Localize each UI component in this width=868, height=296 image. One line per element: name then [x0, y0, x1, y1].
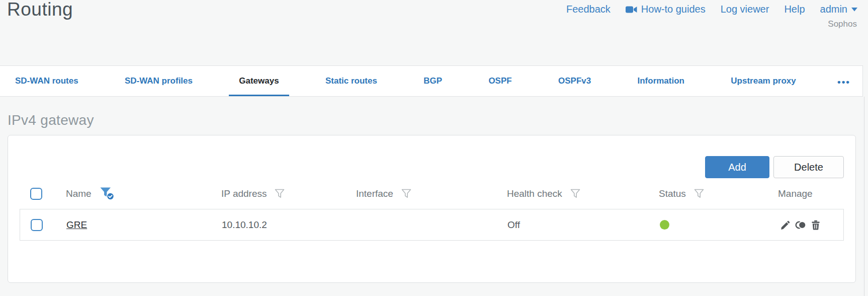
tab-sdwan-profiles[interactable]: SD-WAN profiles: [115, 66, 203, 96]
feedback-link[interactable]: Feedback: [566, 4, 611, 15]
tab-sdwan-routes[interactable]: SD-WAN routes: [5, 66, 89, 96]
column-header-interface: Interface: [356, 188, 393, 199]
log-viewer-link[interactable]: Log viewer: [721, 4, 769, 15]
content-area: IPv4 gateway Add Delete Name: [0, 97, 868, 283]
admin-label: admin: [820, 4, 847, 15]
gateway-name-link[interactable]: GRE: [66, 219, 87, 231]
tab-gateways[interactable]: Gateways: [229, 66, 289, 96]
row-checkbox[interactable]: [31, 219, 43, 231]
manage-cell: [778, 220, 843, 230]
ip-address-cell: 10.10.10.2: [222, 219, 357, 231]
table-header-row: Name IP address: [20, 178, 844, 209]
filter-icon[interactable]: [694, 189, 705, 199]
page-title: Routing: [7, 0, 73, 20]
how-to-guides-label: How-to guides: [641, 4, 706, 15]
admin-menu[interactable]: admin: [820, 4, 857, 15]
feedback-label: Feedback: [566, 4, 611, 15]
table-toolbar: Add Delete: [20, 156, 844, 178]
how-to-guides-link[interactable]: How-to guides: [626, 4, 706, 15]
column-header-manage: Manage: [778, 188, 813, 199]
column-header-status: Status: [659, 188, 686, 199]
tab-ospf[interactable]: OSPF: [478, 66, 522, 96]
column-header-ip-address: IP address: [221, 188, 267, 199]
tab-ospfv3[interactable]: OSPFv3: [548, 66, 601, 96]
tab-static-routes[interactable]: Static routes: [315, 66, 387, 96]
status-indicator-dot: [660, 220, 669, 230]
tab-information[interactable]: Information: [627, 66, 695, 96]
scrollbar-track[interactable]: [864, 97, 864, 296]
filter-icon[interactable]: [275, 189, 285, 199]
tab-bar: SD-WAN routes SD-WAN profiles Gateways S…: [0, 65, 863, 97]
tab-upstream-proxy[interactable]: Upstream proxy: [721, 66, 806, 96]
delete-trash-icon[interactable]: [811, 220, 821, 230]
gateway-panel: Add Delete Name: [8, 135, 856, 283]
chevron-down-icon: [851, 8, 857, 12]
filter-icon[interactable]: [570, 189, 581, 199]
video-camera-icon: [626, 6, 637, 14]
clone-icon[interactable]: [795, 220, 806, 230]
help-label: Help: [784, 4, 805, 15]
health-check-cell: Off: [507, 219, 659, 231]
more-tabs-button[interactable]: •••: [832, 66, 855, 96]
table-row: GRE 10.10.10.2 Off: [20, 209, 844, 241]
brand-label: Sophos: [828, 19, 857, 29]
routing-page: Routing Feedback How-to guides Log viewe…: [0, 0, 868, 296]
help-link[interactable]: Help: [784, 4, 805, 15]
filter-icon[interactable]: [401, 189, 412, 199]
add-button[interactable]: Add: [705, 156, 769, 178]
column-header-health-check: Health check: [507, 188, 562, 199]
utility-links: Feedback How-to guides Log viewer Help a…: [566, 4, 857, 15]
column-header-name: Name: [66, 188, 92, 199]
page-header: Routing Feedback How-to guides Log viewe…: [0, 0, 868, 65]
select-all-checkbox[interactable]: [30, 188, 42, 200]
log-viewer-label: Log viewer: [721, 4, 769, 15]
edit-pencil-icon[interactable]: [780, 220, 791, 230]
filter-active-icon[interactable]: [100, 187, 115, 200]
delete-button[interactable]: Delete: [773, 156, 844, 178]
tab-bgp[interactable]: BGP: [413, 66, 452, 96]
section-heading: IPv4 gateway: [8, 112, 868, 128]
